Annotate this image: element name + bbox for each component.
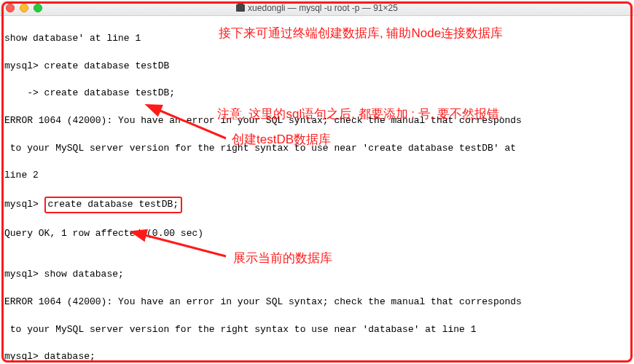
window-title: xuedongli — mysql -u root -p — 91×25 [0,3,634,13]
annotation-show-databases: 展示当前的数据库 [233,250,332,268]
highlighted-command-create: create database testDB; [44,197,182,213]
terminal-line: mysql> create database testDB; [4,197,630,213]
maximize-icon[interactable] [34,4,42,12]
terminal-line: show database' at line 1 [4,32,630,46]
terminal-line: ERROR 1064 (42000): You have an error in… [4,114,630,128]
terminal-line: to your MySQL server version for the rig… [4,323,630,337]
prompt: mysql> [4,199,44,210]
minimize-icon[interactable] [20,4,28,12]
terminal-line: mysql> database; [4,350,630,364]
folder-icon [236,4,245,12]
terminal-line: line 2 [4,169,630,183]
traffic-lights [6,4,42,12]
window-title-text: xuedongli — mysql -u root -p — 91×25 [248,3,398,13]
terminal-line: -> create database testDB; [4,87,630,100]
terminal-line: Query OK, 1 row affected (0.00 sec) [4,227,630,241]
terminal-window: xuedongli — mysql -u root -p — 91×25 sho… [0,0,634,364]
close-icon[interactable] [6,4,15,12]
titlebar[interactable]: xuedongli — mysql -u root -p — 91×25 [0,0,634,16]
terminal-body[interactable]: show database' at line 1 mysql> create d… [0,16,634,364]
terminal-line: to your MySQL server version for the rig… [4,142,630,156]
terminal-line: mysql> create database testDB [4,60,630,74]
terminal-line: ERROR 1064 (42000): You have an error in… [4,296,630,309]
terminal-line: mysql> show database; [4,268,630,282]
